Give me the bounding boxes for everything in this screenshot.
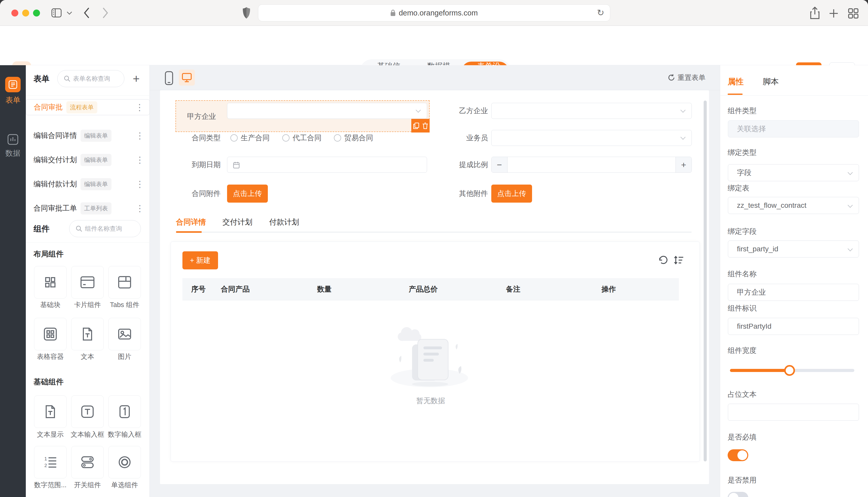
component-name-input[interactable]	[728, 284, 859, 301]
rail-label-forms[interactable]: 表单	[0, 95, 26, 105]
more-actions-icon[interactable]: ⋮	[135, 130, 145, 141]
placeholder-input[interactable]	[728, 404, 859, 421]
data-icon[interactable]	[7, 134, 18, 145]
component-radio[interactable]	[108, 446, 141, 479]
component-card[interactable]	[71, 266, 104, 299]
more-actions-icon[interactable]: ⋮	[135, 179, 145, 189]
contract-upload-button[interactable]: 点击上传	[227, 185, 268, 203]
other-upload-button[interactable]: 点击上传	[491, 185, 532, 203]
divider	[720, 95, 868, 96]
search-icon	[64, 75, 70, 82]
form-list-item[interactable]: 编辑交付计划 编辑表单 ⋮	[26, 148, 150, 172]
sort-columns-icon[interactable]	[674, 255, 684, 265]
component-number-input[interactable]	[108, 395, 141, 428]
radio-trade[interactable]	[334, 134, 341, 142]
address-bar[interactable]: demo.orangeforms.com ↻	[258, 4, 610, 22]
first-party-select[interactable]	[227, 103, 427, 119]
more-actions-icon[interactable]: ⋮	[135, 155, 145, 165]
bind-type-select[interactable]: 字段	[728, 164, 859, 181]
component-id-input[interactable]	[728, 318, 859, 335]
column-header[interactable]: 产品总价	[409, 278, 438, 300]
text-display-icon	[45, 405, 56, 418]
component-switch[interactable]	[71, 446, 104, 479]
salesman-select[interactable]	[491, 130, 692, 146]
new-row-button[interactable]: + 新建	[182, 251, 218, 269]
form-list-item[interactable]: 合同审批 流程表单 ⋮	[26, 99, 150, 115]
component-basic-block[interactable]	[34, 266, 67, 299]
tab-delivery-plan[interactable]: 交付计划	[222, 217, 252, 227]
tab-properties[interactable]: 属性	[728, 76, 744, 87]
radio-label[interactable]: 贸易合同	[344, 133, 373, 142]
form-search-box[interactable]	[57, 70, 124, 87]
component-text-display[interactable]	[34, 395, 67, 428]
column-header[interactable]: 备注	[506, 278, 521, 300]
component-tabs[interactable]	[108, 266, 141, 299]
radio-label[interactable]: 生产合同	[241, 133, 270, 142]
tab-payment-plan[interactable]: 付款计划	[269, 217, 299, 227]
reload-icon[interactable]: ↻	[597, 8, 605, 18]
close-window-button[interactable]	[11, 10, 18, 16]
rail-label-data[interactable]: 数据	[0, 148, 26, 158]
add-form-button[interactable]: +	[129, 72, 143, 85]
form-list-item[interactable]: 合同审批工单 工单列表 ⋮	[26, 196, 150, 221]
group-title-layout: 布局组件	[33, 249, 64, 259]
component-search-box[interactable]	[69, 220, 141, 237]
component-search-input[interactable]	[85, 225, 131, 232]
component-width-slider-thumb[interactable]	[784, 365, 795, 376]
delete-icon[interactable]	[423, 123, 428, 129]
disabled-toggle[interactable]	[728, 492, 748, 497]
component-width-slider[interactable]	[730, 369, 854, 372]
canvas-scrollbar[interactable]	[704, 101, 707, 462]
bind-field-select[interactable]: first_party_id	[728, 241, 859, 257]
column-header[interactable]: 数量	[317, 278, 332, 300]
sidebar-toggle-icon[interactable]	[51, 8, 62, 18]
due-date-input[interactable]	[227, 157, 427, 173]
tab-contract-detail[interactable]: 合同详情	[176, 217, 206, 227]
copy-icon[interactable]	[413, 123, 419, 129]
component-table-container[interactable]	[34, 318, 67, 350]
tab-overview-icon[interactable]	[848, 8, 859, 19]
share-icon[interactable]	[810, 7, 820, 19]
forms-panel-title: 表单	[33, 73, 50, 84]
second-party-select[interactable]	[491, 103, 692, 119]
new-tab-icon[interactable]	[829, 9, 839, 18]
component-text[interactable]	[71, 318, 104, 350]
form-list-item[interactable]: 编辑合同详情 编辑表单 ⋮	[26, 124, 150, 148]
zoom-window-button[interactable]	[33, 10, 40, 16]
component-image[interactable]	[108, 318, 141, 350]
tab-script[interactable]: 脚本	[763, 76, 779, 87]
radio-production[interactable]	[231, 134, 238, 142]
mobile-view-icon[interactable]	[165, 71, 174, 85]
more-actions-icon[interactable]: ⋮	[135, 203, 145, 213]
back-icon[interactable]	[83, 7, 90, 18]
url-text: demo.orangeforms.com	[399, 9, 478, 17]
shield-icon[interactable]	[242, 6, 251, 19]
field-action-box	[411, 119, 430, 132]
chevron-down-icon	[680, 134, 686, 140]
column-header[interactable]: 序号	[191, 278, 206, 300]
refresh-icon[interactable]	[659, 255, 668, 265]
commission-stepper[interactable]: − +	[491, 157, 692, 173]
form-list-item[interactable]: 编辑付款计划 编辑表单 ⋮	[26, 172, 150, 196]
radio-oem[interactable]	[282, 134, 290, 142]
column-header[interactable]: 操作	[602, 278, 616, 300]
field-label: 其他附件	[452, 189, 488, 198]
selected-field-first-party[interactable]: 甲方企业	[176, 100, 430, 132]
chevron-down-icon[interactable]	[67, 11, 72, 15]
forward-icon[interactable]	[102, 7, 109, 18]
rail-item-forms[interactable]	[5, 77, 20, 92]
bind-table-select[interactable]: zz_test_flow_contract	[728, 197, 859, 214]
stepper-increase-button[interactable]: +	[676, 157, 691, 172]
stepper-decrease-button[interactable]: −	[492, 157, 508, 172]
form-search-input[interactable]	[73, 75, 120, 82]
minimize-window-button[interactable]	[22, 10, 29, 16]
component-text-input[interactable]	[71, 395, 104, 428]
component-number-range[interactable]: 12	[34, 446, 67, 479]
more-actions-icon[interactable]: ⋮	[135, 102, 145, 112]
reset-form-button[interactable]: 重置表单	[668, 73, 705, 82]
required-toggle[interactable]	[728, 449, 748, 461]
column-header[interactable]: 合同产品	[221, 278, 250, 300]
radio-label[interactable]: 代工合同	[293, 133, 321, 142]
desktop-view-button[interactable]	[179, 70, 195, 86]
no-data-illustration	[376, 316, 485, 394]
